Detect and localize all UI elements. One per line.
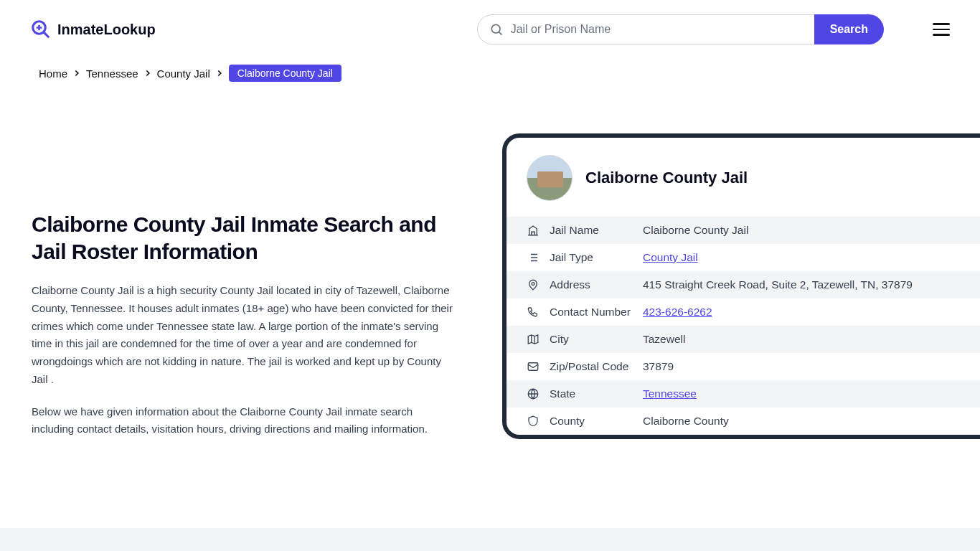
intro-paragraph-2: Below we have given information about th… [32,403,455,439]
chevron-right-icon [72,68,82,78]
info-value: Tazewell [643,333,685,346]
page-title: Claiborne County Jail Inmate Search and … [32,211,455,265]
breadcrumb-current: Claiborne County Jail [229,65,341,82]
search-badge-icon [30,19,52,40]
breadcrumb-link-state[interactable]: Tennessee [86,67,138,80]
state-link[interactable]: Tennessee [643,387,697,400]
chevron-right-icon [215,68,225,78]
search-button[interactable]: Search [814,14,884,44]
svg-point-2 [532,283,534,286]
logo-link[interactable]: InmateLookup [30,19,156,40]
jail-type-link[interactable]: County Jail [643,251,698,264]
info-row-city: City Tazewell [507,326,980,353]
hamburger-line-icon [933,29,950,31]
info-label: Jail Type [550,251,643,264]
info-row-jail-type: Jail Type County Jail [507,244,980,271]
info-label: County [550,415,643,428]
search-input[interactable] [511,23,803,36]
jail-avatar [527,155,573,201]
jail-info-card: Claiborne County Jail Jail Name Claiborn… [502,133,980,439]
search-box [477,14,814,44]
hamburger-menu-button[interactable] [933,23,950,36]
footer-background [0,528,980,551]
article: Claiborne County Jail Inmate Search and … [32,211,462,453]
logo-text: InmateLookup [57,22,156,38]
globe-icon [527,387,540,400]
info-label: Zip/Postal Code [550,360,643,373]
info-row-address: Address 415 Straight Creek Road, Suite 2… [507,271,980,298]
header: InmateLookup Search [0,0,980,59]
phone-icon [527,306,540,319]
info-value: Claiborne County Jail [643,224,748,237]
intro-paragraph-1: Claiborne County Jail is a high security… [32,282,455,389]
info-value: Claiborne County [643,415,729,428]
info-label: Contact Number [550,306,643,319]
info-row-zip: Zip/Postal Code 37879 [507,353,980,380]
search-form: Search [477,14,884,44]
info-value: 37879 [643,360,674,373]
info-label: State [550,387,643,400]
mail-icon [527,360,540,373]
hamburger-line-icon [933,23,950,25]
info-value: 415 Straight Creek Road, Suite 2, Tazewe… [643,278,913,291]
search-icon [489,22,504,37]
info-row-county: County Claiborne County [507,408,980,435]
info-label: City [550,333,643,346]
map-icon [527,333,540,346]
info-label: Address [550,278,643,291]
card-title: Claiborne County Jail [585,169,748,187]
card-header: Claiborne County Jail [507,138,980,217]
breadcrumb-link-home[interactable]: Home [39,67,67,80]
info-row-contact: Contact Number 423-626-6262 [507,298,980,326]
svg-rect-3 [528,363,538,371]
svg-point-1 [491,24,500,33]
info-row-state: State Tennessee [507,380,980,408]
hamburger-line-icon [933,34,950,36]
contact-number-link[interactable]: 423-626-6262 [643,306,712,319]
breadcrumb: Home Tennessee County Jail Claiborne Cou… [0,59,980,82]
chevron-right-icon [143,68,153,78]
info-row-jail-name: Jail Name Claiborne County Jail [507,217,980,244]
breadcrumb-link-type[interactable]: County Jail [157,67,210,80]
info-table: Jail Name Claiborne County Jail Jail Typ… [507,217,980,435]
building-icon [527,224,540,237]
shield-icon [527,415,540,428]
list-icon [527,251,540,264]
map-pin-icon [527,278,540,291]
info-label: Jail Name [550,224,643,237]
